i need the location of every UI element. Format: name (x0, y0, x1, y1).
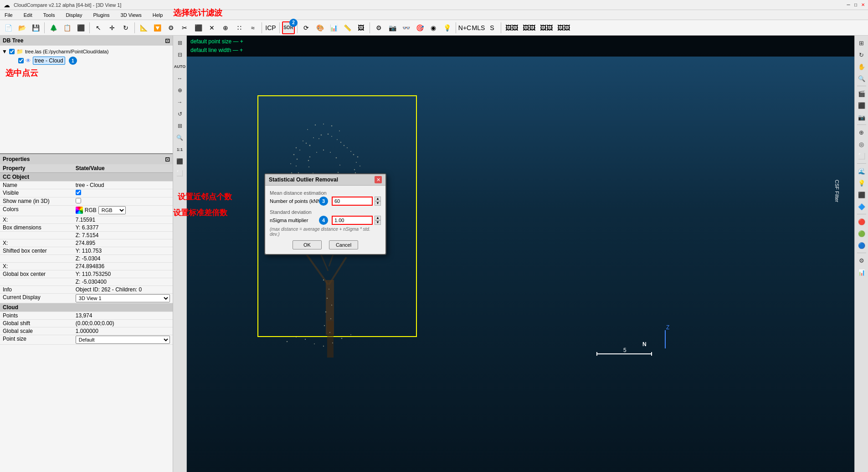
colors-dropdown[interactable]: RGB (98, 206, 126, 214)
minimize-button[interactable]: ─ (845, 2, 852, 8)
norm-btn[interactable]: ⟳ (300, 21, 313, 34)
img-btn1[interactable]: 🖼🖼 (503, 21, 520, 34)
lt-btn-2[interactable]: ⊟ (175, 49, 185, 60)
cloud-dist-btn[interactable]: 📏 (341, 21, 354, 34)
rt-btn-7[interactable]: 📷 (856, 112, 867, 123)
rt-btn-8[interactable]: ⊕ (856, 127, 867, 138)
smooth-btn[interactable]: ≈ (247, 21, 259, 34)
rt-btn-persp[interactable]: ⊞ (856, 37, 867, 48)
rt-btn-16[interactable]: 🟢 (856, 228, 867, 239)
nsigma-input[interactable] (332, 216, 373, 225)
camera-btn[interactable]: 📷 (386, 21, 399, 34)
lt-btn-1[interactable]: ⊞ (175, 37, 185, 48)
lt-btn-rotate[interactable]: ↺ (175, 109, 185, 119)
new-btn[interactable]: 📄 (2, 21, 15, 34)
rt-btn-10[interactable]: ⬜ (856, 150, 867, 161)
fps-btn[interactable]: 🎯 (413, 21, 426, 34)
plus-btn[interactable]: N+C (458, 21, 471, 34)
open-btn[interactable]: 📂 (15, 21, 28, 34)
mls-btn[interactable]: MLS (472, 21, 485, 34)
pointsize-dropdown[interactable]: Default (76, 336, 170, 344)
measure-btn[interactable]: 📐 (137, 21, 150, 34)
stereo-btn[interactable]: 👓 (400, 21, 412, 34)
rt-btn-rot[interactable]: ↻ (856, 49, 867, 60)
menu-plugins[interactable]: Plugins (90, 11, 112, 19)
rt-btn-12[interactable]: 💡 (856, 177, 867, 188)
img-btn2[interactable]: 🖼🖼 (521, 21, 537, 34)
rt-btn-pan[interactable]: ✋ (856, 61, 867, 72)
console-btn[interactable]: ⬛ (74, 21, 87, 34)
rt-btn-9[interactable]: ◎ (856, 139, 867, 150)
lt-btn-7[interactable]: ⊞ (175, 120, 185, 131)
sphere-btn[interactable]: ◉ (427, 21, 440, 34)
color-btn[interactable]: 🎨 (313, 21, 326, 34)
menu-file[interactable]: File (2, 11, 15, 19)
transform-btn[interactable]: ✛ (106, 21, 118, 34)
properties-scroll[interactable]: Property State/Value CC Object Name tree… (0, 164, 173, 472)
lt-btn-4[interactable]: ⊕ (175, 85, 185, 96)
select-btn[interactable]: ↖ (92, 21, 105, 34)
rt-btn-11[interactable]: 🌊 (856, 166, 867, 176)
visible-checkbox[interactable] (76, 190, 81, 195)
settings-btn[interactable]: ⚙ (372, 21, 385, 34)
rotate-btn[interactable]: ↻ (119, 21, 132, 34)
lt-btn-10[interactable]: ⬜ (175, 168, 185, 179)
properties-expand-btn[interactable]: ⊡ (165, 156, 170, 163)
db-tree-btn[interactable]: 🌲 (47, 21, 60, 34)
lt-btn-zoom[interactable]: 🔍 (175, 132, 185, 143)
menu-help[interactable]: Help (150, 11, 166, 19)
lt-btn-3[interactable]: ↔ (175, 73, 185, 84)
rt-btn-zoom-r[interactable]: 🔍 (856, 73, 867, 84)
img-btn4[interactable]: 🖼🖼 (555, 21, 572, 34)
close-button[interactable]: ✕ (860, 2, 866, 8)
nsigma-spin-up[interactable]: ▲ (375, 216, 381, 220)
save-btn[interactable]: 💾 (29, 21, 42, 34)
subsample-btn[interactable]: ∷ (233, 21, 246, 34)
rt-btn-17[interactable]: 🔵 (856, 240, 867, 251)
rt-btn-19[interactable]: 📊 (856, 267, 867, 278)
knn-spin-up[interactable]: ▲ (375, 197, 381, 201)
scalar-btn[interactable]: 📊 (327, 21, 340, 34)
filter-btn[interactable]: 🔽 (151, 21, 164, 34)
ok-button[interactable]: OK (293, 240, 322, 249)
crop-btn[interactable]: ⬛ (192, 21, 205, 34)
sor-dialog-close-btn[interactable]: ✕ (375, 176, 382, 183)
nsigma-spin-down[interactable]: ▼ (375, 220, 381, 225)
rt-btn-14[interactable]: 🔷 (856, 201, 867, 212)
db-tree-expand-btn[interactable]: ⊡ (165, 37, 170, 44)
cancel-button[interactable]: Cancel (329, 240, 358, 249)
display-dropdown[interactable]: 3D View 1 (76, 294, 170, 302)
lt-btn-11[interactable]: 1:1 (175, 144, 185, 155)
rt-btn-13[interactable]: ⬛ (856, 189, 867, 200)
delete-btn[interactable]: ✕ (205, 21, 218, 34)
maximize-button[interactable]: □ (853, 2, 859, 8)
menu-3dviews[interactable]: 3D Views (118, 11, 144, 19)
merge-btn[interactable]: ⊕ (219, 21, 232, 34)
tree-root-checkbox[interactable] (9, 49, 15, 54)
menu-display[interactable]: Display (63, 11, 85, 19)
segment-btn[interactable]: ✂ (178, 21, 191, 34)
tree-root-item[interactable]: ▼ 📁 tree.las (E:/pycharm/PointCloud/data… (2, 47, 171, 56)
rt-btn-6[interactable]: ⬛ (856, 100, 867, 111)
tree-cloud-item[interactable]: 👁 tree - Cloud 1 (11, 56, 171, 66)
showname-checkbox[interactable] (76, 198, 81, 203)
extra-btn[interactable]: S (486, 21, 498, 34)
props-btn[interactable]: 📋 (61, 21, 73, 34)
img-btn3[interactable]: 🖼🖼 (538, 21, 555, 34)
icp-btn[interactable]: ICP (264, 21, 277, 34)
lt-btn-5[interactable]: → (175, 97, 185, 108)
knn-spin-down[interactable]: ▼ (375, 201, 381, 206)
menu-tools[interactable]: Tools (41, 11, 58, 19)
tree-svg: 5 N Z (187, 57, 854, 472)
lt-btn-9[interactable]: ⬛ (175, 156, 185, 167)
lt-btn-auto[interactable]: AUTO (175, 61, 185, 72)
menu-edit[interactable]: Edit (21, 11, 35, 19)
rt-btn-5[interactable]: 🎬 (856, 88, 867, 99)
rt-btn-18[interactable]: ⚙ (856, 255, 867, 266)
tree-cloud-checkbox[interactable] (18, 58, 24, 63)
render-btn[interactable]: 🖼 (354, 21, 367, 34)
algo-btn[interactable]: ⚙ (164, 21, 177, 34)
rt-btn-15[interactable]: 🔴 (856, 216, 867, 227)
light-btn[interactable]: 💡 (441, 21, 453, 34)
knn-input[interactable] (332, 197, 373, 206)
